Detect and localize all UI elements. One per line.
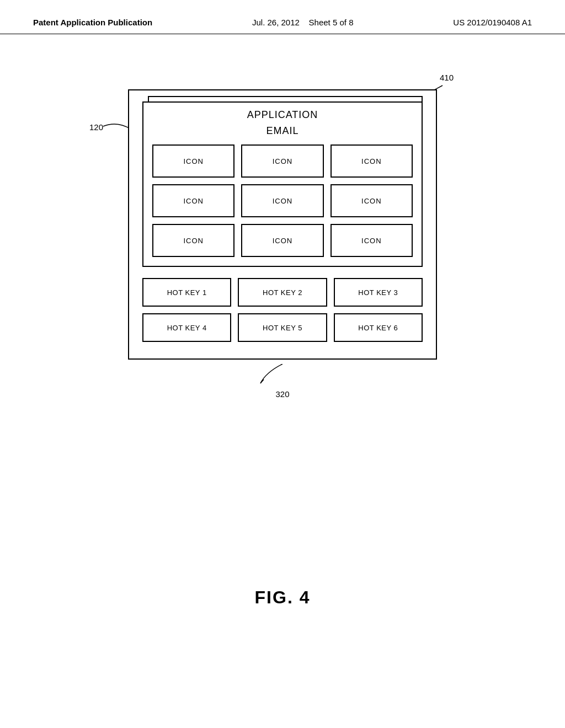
header-left: Patent Application Publication — [33, 17, 152, 28]
label-120: 120 — [89, 122, 103, 132]
patent-number: US 2012/0190408 A1 — [453, 18, 532, 27]
hotkey-6: HOT KEY 6 — [334, 313, 423, 342]
icon-cell-5: ICON — [241, 184, 323, 217]
hotkey-2: HOT KEY 2 — [238, 278, 327, 307]
email-title: EMAIL — [152, 125, 413, 137]
hotkey-3: HOT KEY 3 — [334, 278, 423, 307]
icon-cell-4: ICON — [152, 184, 234, 217]
fig-caption: FIG. 4 — [255, 587, 311, 608]
header-center: Jul. 26, 2012 Sheet 5 of 8 — [252, 17, 353, 28]
hotkeys-section: HOT KEY 1 HOT KEY 2 HOT KEY 3 HOT KEY 4 … — [142, 278, 423, 342]
outer-device-box: APPLICATION EMAIL ICON ICON ICON ICON IC… — [128, 89, 437, 360]
page-header: Patent Application Publication Jul. 26, … — [0, 0, 565, 34]
icons-grid: ICON ICON ICON ICON ICON ICON ICON ICON … — [152, 144, 413, 257]
diagram-area: 120 410 APPLICATION EMAIL — [0, 34, 565, 641]
app-box-front: APPLICATION EMAIL ICON ICON ICON ICON IC… — [142, 101, 423, 267]
hotkey-5: HOT KEY 5 — [238, 313, 327, 342]
hotkeys-grid: HOT KEY 1 HOT KEY 2 HOT KEY 3 HOT KEY 4 … — [142, 278, 423, 342]
icon-cell-9: ICON — [331, 224, 413, 257]
icon-cell-7: ICON — [152, 224, 234, 257]
header-right: US 2012/0190408 A1 — [453, 17, 532, 28]
label-410: 410 — [440, 73, 454, 82]
label-320-wrapper: 320 — [128, 364, 437, 399]
hotkey-1: HOT KEY 1 — [142, 278, 231, 307]
device-container: 120 410 APPLICATION EMAIL — [128, 89, 437, 399]
label-320: 320 — [275, 389, 289, 399]
sheet-info: Sheet 5 of 8 — [309, 18, 354, 27]
icon-cell-6: ICON — [331, 184, 413, 217]
icon-cell-8: ICON — [241, 224, 323, 257]
icon-cell-1: ICON — [152, 144, 234, 178]
application-box-wrapper: APPLICATION EMAIL ICON ICON ICON ICON IC… — [142, 101, 423, 267]
patent-publication-label: Patent Application Publication — [33, 18, 152, 27]
arrow-320-svg — [255, 364, 310, 386]
publication-date: Jul. 26, 2012 — [252, 18, 300, 27]
hotkey-4: HOT KEY 4 — [142, 313, 231, 342]
app-title: APPLICATION — [152, 109, 413, 121]
icon-cell-2: ICON — [241, 144, 323, 178]
icon-cell-3: ICON — [331, 144, 413, 178]
